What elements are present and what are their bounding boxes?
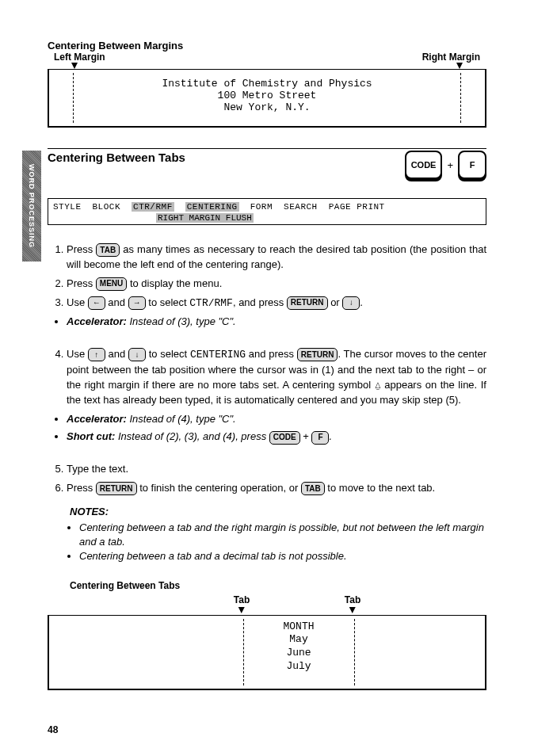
step-1: Press TAB as many times as necessary to …	[67, 242, 486, 273]
accelerator-1: Accelerator: Instead of (3), type "C".	[67, 315, 486, 330]
text: .	[360, 296, 363, 308]
key-code: CODE	[269, 431, 300, 445]
menu-item: PAGE PRINT	[329, 202, 385, 212]
margin-labels: Left Margin Right Margin	[54, 52, 480, 63]
section-centering-tabs: Centering Between Tabs CODE + F	[48, 148, 486, 179]
menu-sub-item: RIGHT MARGIN FLUSH	[156, 213, 254, 223]
steps-list-cont: Use ↑ and ↓ to select CENTERING and pres…	[48, 347, 486, 407]
keycap-f: F	[458, 151, 486, 179]
notes-list: Centering between a tab and the right ma…	[48, 521, 486, 564]
plus-sign: +	[447, 159, 453, 171]
text: , and press	[233, 296, 287, 308]
right-margin-label: Right Margin	[422, 52, 480, 63]
example-line: Institute of Chemistry and Physics	[55, 78, 479, 90]
key-up: ↑	[88, 348, 105, 361]
heading-centering-tabs-example: Centering Between Tabs	[70, 580, 486, 591]
text: Use	[67, 296, 88, 308]
page-number: 48	[48, 724, 58, 735]
text: Use	[67, 348, 88, 360]
menu-bar: STYLE BLOCK CTR/RMF CENTERING FORM SEARC…	[48, 198, 486, 225]
left-margin-label: Left Margin	[54, 52, 105, 63]
key-down: ↓	[342, 296, 360, 310]
menu-item: FORM	[250, 202, 273, 212]
step-3: Use ← and → to select CTR/RMF, and press…	[67, 296, 486, 311]
note-2: Centering between a tab and a decimal ta…	[79, 549, 486, 563]
notes-heading: NOTES:	[70, 506, 486, 517]
dashed-guide	[73, 73, 74, 123]
example-line: June	[283, 647, 314, 660]
section-title: Centering Between Tabs	[48, 151, 185, 164]
shortcut: Short cut: Instead of (2), (3), and (4),…	[67, 430, 486, 445]
accel-label: Accelerator:	[67, 413, 127, 425]
code-text: CENTERING	[190, 349, 246, 361]
text: to finish the centering operation, or	[137, 482, 301, 494]
arrow-down-icon	[238, 607, 245, 613]
steps-list: Press TAB as many times as necessary to …	[48, 242, 486, 311]
text: and	[105, 296, 128, 308]
text: to move to the next tab.	[325, 482, 435, 494]
key-return: RETURN	[297, 348, 338, 361]
arrow-down-icon	[456, 63, 463, 69]
accel-text: Instead of (4), type "C".	[127, 413, 236, 425]
accelerator-2: Accelerator: Instead of (4), type "C".	[67, 412, 486, 427]
text: .	[329, 430, 332, 442]
step-6: Press RETURN to finish the centering ope…	[67, 481, 486, 496]
text: +	[300, 430, 312, 442]
tab-label-2: Tab	[345, 594, 360, 613]
text: and press	[246, 348, 297, 360]
key-return: RETURN	[96, 482, 137, 495]
example-box-tabs: MONTH May June July	[48, 615, 486, 690]
menu-item: STYLE	[53, 202, 82, 212]
accel-label: Accelerator:	[67, 315, 127, 327]
menu-item-selected: CTR/RMF	[132, 202, 174, 212]
text: Press	[67, 482, 96, 494]
step-5: Type the text.	[67, 462, 486, 477]
key-tab: TAB	[301, 482, 325, 495]
menu-item-selected: CENTERING	[185, 202, 239, 212]
text: or	[328, 296, 343, 308]
key-tab: TAB	[96, 243, 120, 257]
key-return: RETURN	[287, 296, 328, 310]
accel-text: Instead of (3), type "C".	[127, 315, 236, 327]
text: to select	[146, 296, 190, 308]
dashed-guide	[243, 619, 244, 685]
tab-labels: Tab Tab	[48, 594, 486, 617]
key-f: F	[311, 431, 329, 445]
step-2: Press MENU to display the menu.	[67, 277, 486, 292]
page: WORD PROCESSING Centering Between Margin…	[0, 0, 534, 756]
text: to select	[146, 348, 190, 360]
shortcut-label: Short cut:	[67, 430, 115, 442]
text: Press	[67, 243, 96, 255]
text: as many times as necessary to reach the …	[67, 243, 486, 270]
accelerator-list-2: Accelerator: Instead of (4), type "C". S…	[48, 412, 486, 445]
arrow-down-icon	[71, 63, 78, 69]
text: Press	[67, 277, 96, 289]
key-down: ↓	[128, 348, 146, 361]
centering-symbol-icon: ⍙	[375, 379, 381, 391]
code-text: CTR/RMF	[189, 297, 233, 309]
example-line: July	[283, 660, 314, 674]
key-right: →	[128, 296, 146, 310]
text: Tab	[345, 594, 360, 605]
sidebar-tab: WORD PROCESSING	[22, 151, 41, 262]
shortcut-text: Instead of (2), (3), and (4), press	[115, 430, 269, 442]
heading-centering-margins: Centering Between Margins	[48, 40, 486, 52]
steps-list-cont2: Type the text. Press RETURN to finish th…	[48, 462, 486, 496]
step-4: Use ↑ and ↓ to select CENTERING and pres…	[67, 347, 486, 407]
text: Tab	[234, 594, 250, 605]
example-line: New York, N.Y.	[55, 101, 479, 113]
dashed-guide	[460, 73, 461, 123]
menu-item: SEARCH	[284, 202, 318, 212]
example-line: May	[283, 633, 314, 647]
example-line: MONTH	[283, 620, 314, 634]
menu-item: BLOCK	[93, 202, 121, 212]
note-1: Centering between a tab and the right ma…	[79, 521, 486, 549]
text: to display the menu.	[127, 277, 222, 289]
arrow-down-icon	[349, 607, 356, 613]
example-line: 100 Metro Street	[55, 90, 479, 101]
tab-label-1: Tab	[234, 594, 250, 613]
dashed-guide	[354, 619, 355, 685]
key-menu: MENU	[96, 277, 127, 291]
text: and	[105, 348, 128, 360]
keycap-code: CODE	[405, 151, 443, 179]
